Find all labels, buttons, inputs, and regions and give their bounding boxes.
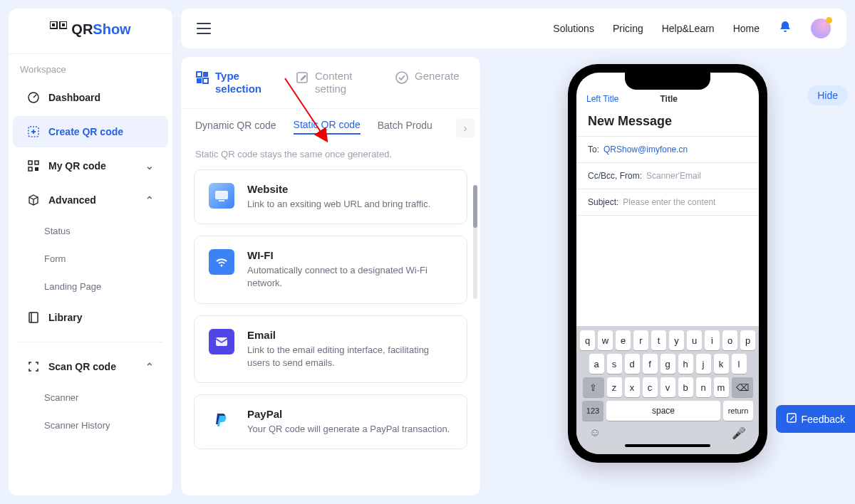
phone-center-title: Title <box>618 94 719 104</box>
wifi-icon <box>209 249 234 275</box>
tab-dynamic[interactable]: Dynamic QR code <box>195 120 276 134</box>
mic-icon[interactable]: 🎤 <box>732 426 746 440</box>
key-t[interactable]: t <box>651 330 666 350</box>
key-m[interactable]: m <box>714 377 729 397</box>
scan-icon <box>27 360 40 373</box>
key-b[interactable]: b <box>678 377 693 397</box>
type-paypal[interactable]: PayPal Your QR code will generate a PayP… <box>194 394 467 449</box>
to-value[interactable]: QRShow@imyfone.cn <box>603 145 688 154</box>
key-d[interactable]: d <box>625 354 640 374</box>
type-title: Email <box>247 329 452 341</box>
tabs-scroll-right-icon[interactable]: › <box>456 119 475 137</box>
top-help[interactable]: Help&Learn <box>662 23 715 34</box>
svg-rect-12 <box>197 72 202 77</box>
key-o[interactable]: o <box>722 330 737 350</box>
builder-panel: Type selection Content setting Generate … <box>181 57 480 495</box>
nav-label: Scan QR code <box>48 361 116 372</box>
shift-key[interactable]: ⇧ <box>583 377 604 397</box>
static-note: Static QR code stays the same once gener… <box>181 142 480 169</box>
key-g[interactable]: g <box>660 354 675 374</box>
key-y[interactable]: y <box>669 330 684 350</box>
svg-rect-21 <box>216 337 227 346</box>
avatar[interactable] <box>811 19 831 38</box>
nav-dashboard[interactable]: Dashboard <box>13 82 168 113</box>
kb-row-1: qwertyuiop <box>579 330 756 350</box>
type-list: Website Link to an exsiting web URL and … <box>181 169 480 495</box>
key-h[interactable]: h <box>678 354 693 374</box>
svg-rect-10 <box>29 313 38 322</box>
nav-scan-qr[interactable]: Scan QR code ⌃ <box>13 351 168 382</box>
logo[interactable]: QRShow <box>9 9 172 54</box>
key-p[interactable]: p <box>740 330 755 350</box>
type-title: WI-FI <box>247 249 452 261</box>
type-title: Website <box>247 183 430 195</box>
key-v[interactable]: v <box>660 377 675 397</box>
top-solutions[interactable]: Solutions <box>553 23 594 34</box>
cc-label: Cc/Bcc, From: <box>588 171 642 181</box>
key-u[interactable]: u <box>687 330 702 350</box>
step-generate[interactable]: Generate <box>395 70 460 95</box>
nav-create-qr[interactable]: Create QR code <box>13 116 168 147</box>
step-content-setting[interactable]: Content setting <box>295 70 372 95</box>
sub-status[interactable]: Status <box>9 217 172 245</box>
type-title: PayPal <box>247 408 450 420</box>
key-l[interactable]: l <box>732 354 747 374</box>
type-email[interactable]: Email Link to the email editing interfac… <box>194 315 467 383</box>
top-pricing[interactable]: Pricing <box>613 23 643 34</box>
bell-icon[interactable] <box>778 20 792 37</box>
key-w[interactable]: w <box>598 330 613 350</box>
key-j[interactable]: j <box>696 354 711 374</box>
num-key[interactable]: 123 <box>582 401 603 421</box>
backspace-key[interactable]: ⌫ <box>732 377 753 397</box>
key-f[interactable]: f <box>643 354 658 374</box>
key-q[interactable]: q <box>580 330 595 350</box>
nav-advanced[interactable]: Advanced ⌃ <box>13 184 168 216</box>
top-home[interactable]: Home <box>733 23 760 34</box>
emoji-icon[interactable]: ☺ <box>589 426 601 440</box>
space-key[interactable]: space <box>606 401 720 421</box>
hide-button[interactable]: Hide <box>807 85 848 105</box>
subject-placeholder[interactable]: Please enter the content <box>623 197 715 207</box>
tab-static[interactable]: Static QR code <box>294 119 361 135</box>
to-label: To: <box>588 145 599 154</box>
step-type-selection[interactable]: Type selection <box>195 70 272 95</box>
sub-form[interactable]: Form <box>9 245 172 273</box>
type-wifi[interactable]: WI-FI Automatically connect to a designa… <box>194 236 467 303</box>
feedback-button[interactable]: Feedback <box>776 405 855 433</box>
step-label: Content setting <box>315 70 372 95</box>
cc-placeholder[interactable]: Scanner'Email <box>646 171 701 181</box>
qr-icon <box>50 21 67 38</box>
feedback-label: Feedback <box>802 414 845 425</box>
type-website[interactable]: Website Link to an exsiting web URL and … <box>194 169 467 224</box>
svg-point-17 <box>396 72 408 83</box>
dashboard-icon <box>27 91 40 104</box>
sub-scanner-history[interactable]: Scanner History <box>9 411 172 439</box>
key-a[interactable]: a <box>589 354 604 374</box>
key-x[interactable]: x <box>625 377 640 397</box>
key-i[interactable]: i <box>705 330 720 350</box>
phone-left-title[interactable]: Left Title <box>586 94 618 104</box>
msg-body[interactable] <box>576 215 759 326</box>
nav-my-qr[interactable]: My QR code ⌄ <box>13 150 168 182</box>
tab-batch[interactable]: Batch Produ <box>378 120 432 134</box>
key-r[interactable]: r <box>633 330 648 350</box>
qr-type-tabs: Dynamic QR code Static QR code Batch Pro… <box>181 109 480 142</box>
key-s[interactable]: s <box>607 354 622 374</box>
scrollbar[interactable] <box>473 185 477 299</box>
sub-scanner[interactable]: Scanner <box>9 384 172 411</box>
subject-label: Subject: <box>588 197 618 207</box>
key-c[interactable]: c <box>643 377 658 397</box>
phone-screen: Left Title Title New Message To: QRShow@… <box>576 73 759 454</box>
key-e[interactable]: e <box>616 330 631 350</box>
nav-label: Create QR code <box>48 126 123 137</box>
nav-library[interactable]: Library <box>13 302 168 333</box>
keyboard: qwertyuiop asdfghjkl ⇧ zxcvbnm ⌫ 123 spa… <box>576 326 759 454</box>
key-k[interactable]: k <box>714 354 729 374</box>
type-desc: Link to the email editing interface, fac… <box>247 344 452 369</box>
hamburger-icon[interactable] <box>197 23 211 34</box>
return-key[interactable]: return <box>723 401 753 421</box>
key-n[interactable]: n <box>696 377 711 397</box>
cube-icon <box>27 194 40 206</box>
key-z[interactable]: z <box>607 377 622 397</box>
sub-landing[interactable]: Landing Page <box>9 273 172 300</box>
